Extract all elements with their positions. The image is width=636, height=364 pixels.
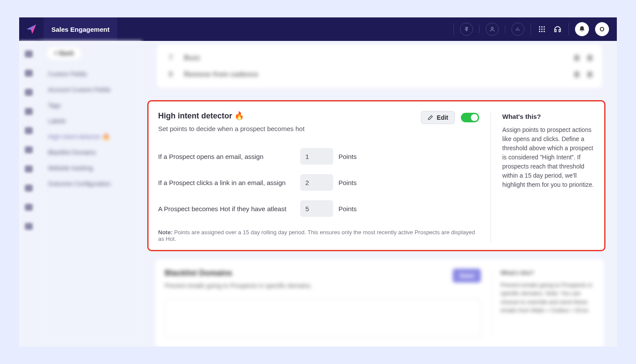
paper-plane-icon	[26, 24, 37, 35]
currency-icon[interactable]	[460, 23, 473, 36]
analytics-icon[interactable]	[511, 23, 524, 36]
svg-point-3	[544, 26, 545, 27]
body-row: < Back Custom Fields Account Custom Fiel…	[19, 41, 617, 347]
avatar-initial: O	[600, 26, 605, 33]
hid-note: Note: Points are assigned over a 15 day …	[158, 229, 479, 242]
step-row: 7 Buzz	[165, 50, 594, 66]
blurred-steps-card-wrapper: 7 Buzz 8 Remove from cadence	[142, 44, 617, 88]
bb-whats-title: What's this?	[501, 269, 594, 277]
step-number: 7	[166, 54, 175, 62]
edit-icon[interactable]	[574, 71, 579, 78]
high-intent-detector-card: High intent detector 🔥 Set points to dec…	[147, 100, 606, 251]
main-content: 7 Buzz 8 Remove from cadence	[142, 41, 617, 347]
hid-main-column: High intent detector 🔥 Set points to dec…	[158, 111, 490, 242]
edit-icon[interactable]	[574, 55, 579, 61]
blacklist-subtitle: Prevent emails going to Prospects in spe…	[165, 282, 453, 289]
app-frame: Sales Engagement	[19, 17, 617, 347]
user-icon[interactable]	[486, 23, 499, 36]
rule-unit: Points	[338, 179, 357, 186]
pencil-icon	[427, 115, 433, 121]
user-avatar[interactable]: O	[595, 22, 609, 36]
rule-row-hot-threshold: A Prospect becomes Hot if they have atle…	[158, 200, 479, 217]
hid-header: High intent detector 🔥 Set points to dec…	[158, 111, 479, 132]
blurred-bottom-wrapper: Blacklist Domains Prevent emails going t…	[142, 259, 617, 347]
settings-side-panel: < Back Custom Fields Account Custom Fiel…	[38, 41, 142, 347]
svg-point-4	[539, 29, 540, 30]
svg-point-8	[541, 31, 543, 32]
edit-button[interactable]: Edit	[421, 111, 455, 124]
headset-icon[interactable]	[553, 24, 562, 34]
rule-label: A Prospect becomes Hot if they have atle…	[158, 205, 300, 212]
delete-icon[interactable]	[587, 55, 592, 61]
rail-icon[interactable]	[25, 108, 33, 115]
bb-whats-body: Prevent emails going to Prospects in spe…	[501, 281, 594, 315]
rail-icon[interactable]	[25, 127, 33, 134]
nav-mini-separator	[479, 25, 480, 33]
sidebar-item[interactable]: Tags	[47, 98, 133, 113]
blacklist-domains-input[interactable]	[165, 299, 481, 338]
rule-unit: Points	[338, 153, 357, 160]
notifications-button[interactable]	[575, 22, 589, 36]
steps-card: 7 Buzz 8 Remove from cadence	[157, 44, 602, 88]
sidebar-item[interactable]: Account Custom Fields	[47, 82, 133, 98]
svg-point-9	[544, 31, 545, 32]
points-input-click[interactable]	[300, 174, 333, 191]
points-input-open[interactable]	[300, 148, 333, 165]
note-prefix: Note:	[158, 229, 173, 236]
hid-subtitle: Set points to decide when a prospect bec…	[158, 125, 304, 132]
back-button[interactable]: < Back	[47, 47, 81, 59]
sidebar-item-high-intent[interactable]: High intent detector 🔥	[47, 129, 133, 145]
rail-icon[interactable]	[25, 89, 33, 96]
bb-help: What's this? Prevent emails going to Pro…	[491, 269, 594, 338]
svg-point-7	[539, 31, 540, 32]
module-title[interactable]: Sales Engagement	[44, 17, 117, 41]
module-title-label: Sales Engagement	[51, 26, 109, 33]
save-button[interactable]: Save	[453, 269, 481, 283]
rail-icon[interactable]	[25, 165, 33, 172]
sidebar-item[interactable]: Blacklist Domains	[47, 145, 133, 160]
points-input-threshold[interactable]	[300, 200, 333, 217]
toggle-knob	[471, 114, 478, 121]
blacklist-domains-card: Blacklist Domains Prevent emails going t…	[155, 259, 604, 347]
sidebar-item[interactable]: Custom Fields	[47, 66, 133, 82]
whats-this-title: What's this?	[502, 113, 595, 120]
navbar-right-cluster: O	[453, 22, 617, 36]
nav-separator	[531, 23, 531, 35]
hid-title: High intent detector 🔥	[158, 111, 304, 121]
hid-column-separator	[491, 111, 491, 242]
svg-point-1	[539, 26, 540, 27]
hid-help-column: What's this? Assign points to prospect a…	[492, 111, 595, 242]
rule-row-open-email: If a Prospect opens an email, assign Poi…	[158, 148, 479, 165]
rail-icon[interactable]	[25, 70, 33, 77]
sidebar-item[interactable]: Website tracking	[47, 160, 133, 176]
top-navbar: Sales Engagement	[19, 17, 617, 41]
rail-icon[interactable]	[25, 204, 33, 211]
step-label: Buzz	[184, 54, 200, 62]
svg-point-6	[544, 29, 545, 30]
edit-button-label: Edit	[437, 114, 448, 121]
nav-separator	[453, 23, 454, 35]
svg-point-5	[541, 29, 543, 30]
nav-separator	[568, 23, 569, 35]
rail-icon[interactable]	[25, 185, 33, 192]
sidebar-item[interactable]: Labels	[47, 113, 133, 129]
svg-point-2	[541, 26, 543, 27]
hid-actions: Edit	[421, 111, 479, 124]
sidebar-item[interactable]: Outcome Configuration	[47, 176, 133, 192]
whats-this-body: Assign points to prospect actions like o…	[502, 125, 595, 189]
dialpad-icon[interactable]	[537, 24, 547, 34]
hid-enable-toggle[interactable]	[461, 113, 479, 122]
rule-label: If a Prospect opens an email, assign	[158, 153, 300, 160]
svg-point-0	[491, 27, 494, 29]
delete-icon[interactable]	[587, 71, 592, 78]
note-body: Points are assigned over a 15 day rollin…	[158, 229, 475, 242]
nav-mini-separator	[505, 25, 505, 33]
step-label: Remove from cadence	[184, 71, 258, 78]
app-logo[interactable]	[19, 17, 44, 41]
rail-icon[interactable]	[25, 51, 33, 57]
step-row: 8 Remove from cadence	[165, 66, 594, 83]
rail-icon[interactable]	[25, 146, 33, 153]
step-number: 8	[166, 71, 175, 78]
rule-label: If a Prospect clicks a link in an email,…	[158, 179, 300, 186]
rail-icon[interactable]	[25, 223, 33, 230]
